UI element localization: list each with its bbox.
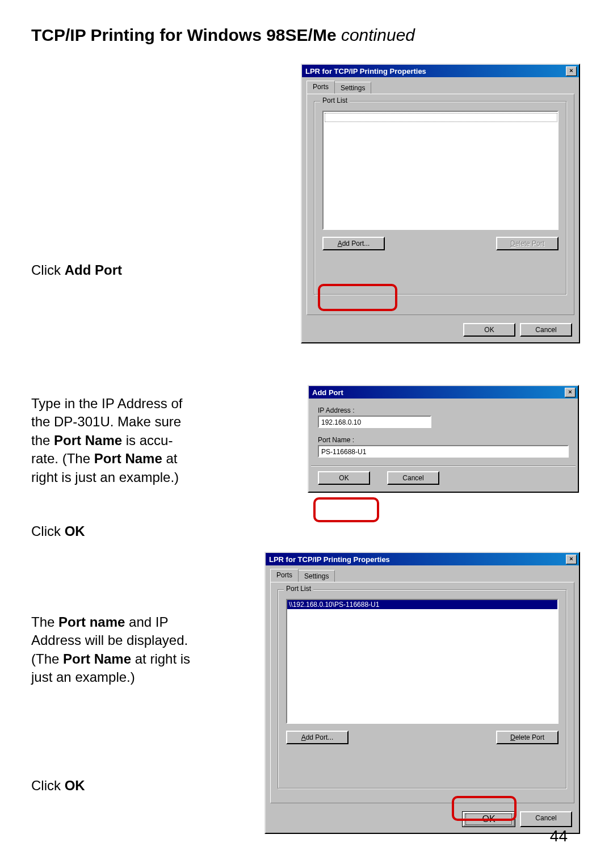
port-list-group: Port List Add Port... Delete Port: [314, 101, 567, 295]
window-title: LPR for TCP/IP Printing Properties: [268, 555, 390, 564]
window-title: Add Port: [311, 388, 343, 397]
port-list-item[interactable]: \\192.168.0.10\PS-116688-U1: [287, 600, 557, 609]
titlebar: LPR for TCP/IP Printing Properties ×: [302, 65, 579, 77]
add-port-dialog: Add Port × IP Address : Port Name : OK C…: [308, 385, 579, 493]
port-name-label: Port Name :: [318, 436, 569, 444]
ip-address-label: IP Address :: [318, 406, 569, 414]
close-icon[interactable]: ×: [566, 66, 577, 76]
tab-settings[interactable]: Settings: [334, 82, 371, 94]
listbox-focus-rect: [325, 113, 557, 122]
title-continued: continued: [341, 26, 415, 44]
tab-row: Ports Settings: [270, 569, 579, 582]
title-main: TCP/IP Printing for Windows 98SE/Me: [31, 26, 341, 44]
titlebar: Add Port ×: [309, 386, 578, 399]
close-icon[interactable]: ×: [565, 388, 576, 397]
ok-button[interactable]: OK: [463, 323, 515, 337]
tab-ports[interactable]: Ports: [270, 569, 299, 582]
instruction-step3: The Port name and IP Address will be dis…: [31, 613, 247, 687]
ok-button[interactable]: OK: [462, 811, 515, 827]
ok-button[interactable]: OK: [318, 471, 370, 485]
instruction-step2: Type in the IP Address of the DP-301U. M…: [31, 395, 236, 487]
port-listbox[interactable]: [322, 111, 559, 230]
window-title: LPR for TCP/IP Printing Properties: [304, 67, 426, 76]
highlight-ok: [313, 497, 379, 522]
port-list-group: Port List \\192.168.0.10\PS-116688-U1 Ad…: [278, 589, 567, 789]
add-port-button[interactable]: Add Port...: [286, 731, 349, 744]
tab-settings[interactable]: Settings: [298, 570, 335, 582]
group-label: Port List: [320, 97, 350, 104]
group-label: Port List: [284, 585, 313, 593]
cancel-button[interactable]: Cancel: [520, 323, 572, 337]
cancel-button[interactable]: Cancel: [520, 811, 572, 827]
instruction-step3-click: Click OK: [31, 777, 85, 795]
lpr-properties-dialog-2: LPR for TCP/IP Printing Properties × Por…: [264, 552, 580, 834]
delete-port-button: Delete Port: [496, 237, 559, 250]
ip-address-input[interactable]: [319, 417, 430, 427]
port-name-input[interactable]: [319, 447, 568, 457]
titlebar: LPR for TCP/IP Printing Properties ×: [266, 553, 579, 565]
page-title: TCP/IP Printing for Windows 98SE/Me cont…: [31, 26, 415, 45]
delete-port-button[interactable]: Delete Port: [496, 731, 559, 744]
lpr-properties-dialog-1: LPR for TCP/IP Printing Properties × Por…: [301, 64, 580, 343]
page-number: 44: [550, 827, 568, 845]
instruction-step2-click: Click OK: [31, 522, 85, 540]
instruction-step1: Click Add Port: [31, 261, 122, 279]
add-port-button[interactable]: Add Port...: [322, 237, 385, 250]
port-listbox[interactable]: \\192.168.0.10\PS-116688-U1: [286, 599, 559, 724]
close-icon[interactable]: ×: [566, 555, 577, 564]
tab-row: Ports Settings: [306, 81, 579, 94]
tab-ports[interactable]: Ports: [306, 81, 335, 94]
cancel-button[interactable]: Cancel: [387, 471, 439, 485]
